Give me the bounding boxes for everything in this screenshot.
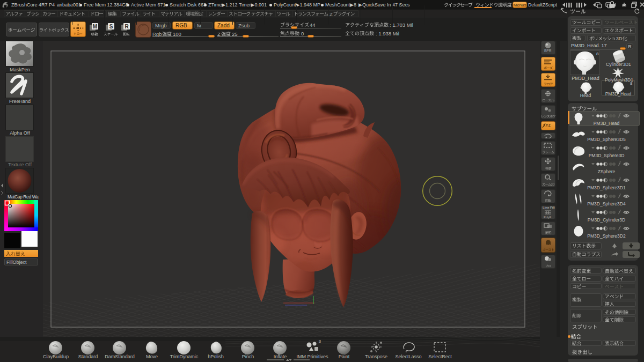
svg-text:S: S: [109, 24, 113, 29]
svg-text:M: M: [93, 24, 97, 29]
svg-text:R: R: [125, 24, 129, 29]
